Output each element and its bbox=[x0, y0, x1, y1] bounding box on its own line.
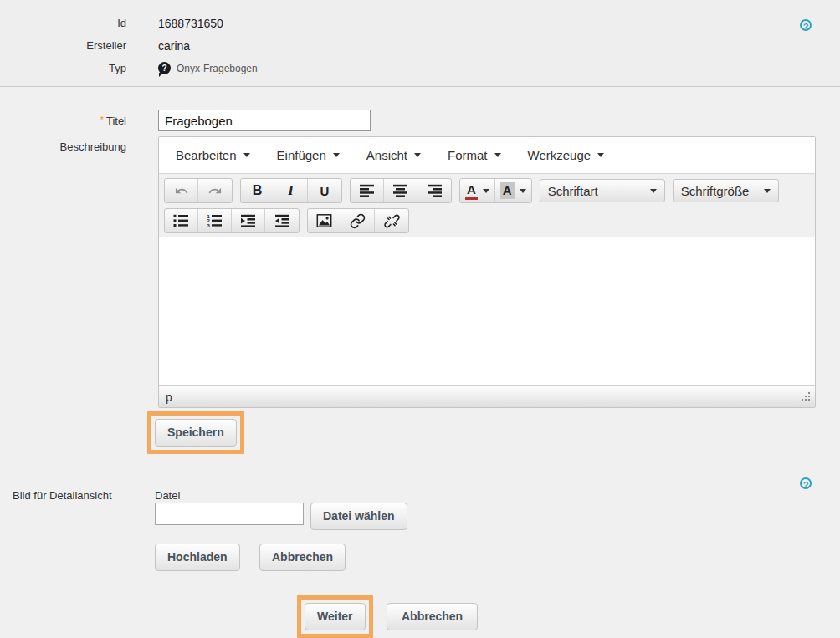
element-path[interactable]: p bbox=[166, 390, 172, 404]
resize-grip-icon[interactable] bbox=[799, 389, 812, 406]
redo-button[interactable] bbox=[198, 179, 232, 202]
help-icon[interactable]: ? bbox=[800, 19, 812, 31]
text-color-button[interactable]: A bbox=[460, 179, 495, 202]
editor-statusbar: p bbox=[159, 385, 815, 407]
italic-button[interactable]: I bbox=[274, 179, 308, 202]
menu-einfuegen[interactable]: Einfügen bbox=[267, 141, 350, 169]
outdent-button[interactable] bbox=[265, 209, 299, 232]
bold-icon: B bbox=[253, 183, 263, 198]
id-label: Id bbox=[0, 17, 126, 29]
type-value-text: Onyx-Fragebogen bbox=[177, 63, 258, 74]
toolbar-row-1: B I U bbox=[162, 176, 812, 206]
meta-row-id: Id 1688731650 bbox=[0, 12, 840, 34]
resource-meta-header: Id 1688731650 Ersteller carina Typ ? Ony… bbox=[0, 0, 840, 87]
font-family-select[interactable]: Schriftart bbox=[540, 179, 665, 202]
menu-ansicht[interactable]: Ansicht bbox=[356, 141, 431, 169]
bullet-list-icon bbox=[173, 214, 189, 227]
menu-ansicht-label: Ansicht bbox=[366, 148, 407, 162]
meta-row-type: Typ ? Onyx-Fragebogen bbox=[0, 57, 840, 79]
underline-button[interactable]: U bbox=[308, 179, 341, 202]
bullet-list-button[interactable] bbox=[165, 209, 198, 232]
rich-text-editor: Bearbeiten Einfügen Ansicht Format Werkz… bbox=[158, 136, 816, 408]
required-asterisk: * bbox=[100, 115, 104, 125]
font-family-select-label: Schriftart bbox=[548, 184, 598, 198]
type-value: ? Onyx-Fragebogen bbox=[158, 62, 258, 74]
history-button-group bbox=[164, 178, 233, 203]
numbered-list-icon: 123 bbox=[207, 214, 223, 227]
caret-down-icon bbox=[414, 153, 421, 157]
title-input[interactable] bbox=[158, 110, 371, 131]
bold-button[interactable]: B bbox=[241, 179, 274, 202]
list-indent-button-group: 123 bbox=[164, 208, 300, 233]
background-color-icon: A bbox=[500, 182, 515, 199]
text-style-button-group: B I U bbox=[240, 178, 342, 203]
text-color-icon: A bbox=[465, 182, 478, 200]
toolbar-row-2: 123 bbox=[162, 206, 812, 236]
caret-down-icon bbox=[764, 189, 771, 193]
caret-down-icon bbox=[520, 189, 526, 193]
align-right-icon bbox=[427, 184, 443, 197]
editor-content-area[interactable] bbox=[159, 237, 815, 385]
caret-down-icon bbox=[650, 189, 657, 193]
type-label: Typ bbox=[0, 62, 126, 74]
help-icon[interactable]: ? bbox=[800, 477, 812, 489]
detail-image-section-label: Bild für Detailansicht bbox=[13, 489, 112, 502]
unlink-icon bbox=[384, 213, 400, 229]
image-icon bbox=[316, 214, 332, 227]
unlink-button[interactable] bbox=[375, 209, 408, 232]
media-link-button-group bbox=[307, 208, 409, 233]
choose-file-button[interactable]: Datei wählen bbox=[310, 503, 407, 530]
upload-cancel-button[interactable]: Abbrechen bbox=[259, 544, 346, 571]
title-label: *Titel bbox=[0, 115, 126, 127]
caret-down-icon bbox=[494, 153, 501, 157]
id-value: 1688731650 bbox=[158, 17, 223, 30]
description-label: Beschreibung bbox=[0, 140, 126, 153]
undo-button[interactable] bbox=[165, 179, 198, 202]
menu-werkzeuge[interactable]: Werkzeuge bbox=[518, 141, 615, 169]
font-size-select[interactable]: Schriftgröße bbox=[673, 179, 779, 202]
question-bubble-icon: ? bbox=[158, 62, 171, 74]
align-right-button[interactable] bbox=[417, 179, 451, 202]
font-size-select-label: Schriftgröße bbox=[681, 184, 750, 198]
align-center-button[interactable] bbox=[384, 179, 417, 202]
title-label-text: Titel bbox=[106, 115, 126, 127]
meta-row-creator: Ersteller carina bbox=[0, 34, 840, 57]
creator-value: carina bbox=[158, 39, 190, 53]
creator-label: Ersteller bbox=[0, 39, 126, 52]
underline-icon: U bbox=[320, 184, 330, 198]
insert-link-button[interactable] bbox=[341, 209, 375, 232]
redo-icon bbox=[207, 184, 223, 198]
upload-button[interactable]: Hochladen bbox=[155, 544, 240, 571]
caret-down-icon bbox=[597, 153, 604, 157]
indent-button[interactable] bbox=[232, 209, 265, 232]
align-center-icon bbox=[392, 184, 408, 197]
footer-cancel-button[interactable]: Abbrechen bbox=[387, 603, 478, 630]
menu-werkzeuge-label: Werkzeuge bbox=[528, 148, 592, 162]
menu-einfuegen-label: Einfügen bbox=[277, 148, 326, 162]
menu-format[interactable]: Format bbox=[438, 141, 511, 169]
outdent-icon bbox=[274, 214, 290, 227]
color-button-group: A A bbox=[459, 178, 532, 203]
caret-down-icon bbox=[333, 153, 340, 157]
indent-icon bbox=[240, 214, 256, 227]
align-left-button[interactable] bbox=[351, 179, 384, 202]
save-button-highlight: Speichern bbox=[147, 411, 244, 454]
save-button[interactable]: Speichern bbox=[155, 419, 237, 447]
menu-bearbeiten-label: Bearbeiten bbox=[176, 148, 237, 162]
svg-text:3: 3 bbox=[207, 223, 211, 227]
next-button[interactable]: Weiter bbox=[305, 603, 366, 630]
background-color-button[interactable]: A bbox=[495, 179, 531, 202]
editor-toolbars: B I U bbox=[159, 174, 815, 237]
link-icon bbox=[350, 213, 366, 229]
caret-down-icon bbox=[243, 153, 250, 157]
insert-image-button[interactable] bbox=[308, 209, 341, 232]
italic-icon: I bbox=[288, 182, 294, 199]
numbered-list-button[interactable]: 123 bbox=[198, 209, 232, 232]
caret-down-icon bbox=[483, 189, 489, 193]
resource-settings-page: Id 1688731650 Ersteller carina Typ ? Ony… bbox=[0, 0, 840, 638]
menu-bearbeiten[interactable]: Bearbeiten bbox=[166, 141, 260, 169]
next-button-highlight: Weiter bbox=[297, 595, 373, 638]
menu-format-label: Format bbox=[448, 148, 488, 162]
undo-icon bbox=[173, 184, 190, 198]
file-name-input[interactable] bbox=[155, 503, 304, 525]
